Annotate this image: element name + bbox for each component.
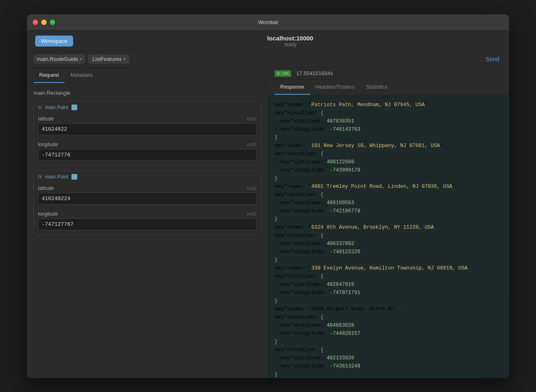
header: Workspace localhost:10000 ready bbox=[27, 31, 509, 51]
response-line: key">name: "330 Evelyn Avenue, Hamilton … bbox=[275, 264, 502, 272]
hi-latitude-row: latitude int32 bbox=[34, 183, 261, 209]
method-label: ListFeatures bbox=[92, 56, 122, 62]
server-info: localhost:10000 ready bbox=[80, 35, 501, 47]
section-label: main.Rectangle bbox=[34, 90, 261, 96]
request-body: main.Rectangle lo main.Point latitude in… bbox=[27, 83, 268, 378]
response-line: key">latitude: 406109563 bbox=[275, 199, 502, 207]
response-line: key">location: { bbox=[275, 313, 502, 321]
workspace-button[interactable]: Workspace bbox=[35, 36, 73, 47]
service-label: main.RouteGuide bbox=[37, 56, 78, 62]
response-line: key">name: "4001 Tremley Point Road, Lin… bbox=[275, 183, 502, 191]
hi-type-label: main.Point bbox=[45, 174, 68, 180]
minimize-button[interactable] bbox=[41, 20, 47, 25]
response-line: key">name: "6324 8th Avenue, Brooklyn, N… bbox=[275, 223, 502, 232]
response-line: key">longitude: -740122226 bbox=[275, 248, 502, 256]
response-line: key">location: { bbox=[275, 109, 502, 117]
response-line: } bbox=[275, 215, 502, 223]
hi-field-group: hi main.Point latitude int32 bbox=[34, 170, 261, 235]
hi-latitude-label: latitude int32 bbox=[38, 183, 257, 193]
response-line: key">name: "Patriots Path, Mendham, NJ 0… bbox=[275, 101, 502, 109]
response-line: key">name: "101 New Jersey 10, Whippany,… bbox=[275, 142, 502, 150]
hi-field-header: hi main.Point bbox=[34, 171, 261, 183]
send-button[interactable]: Send bbox=[482, 54, 502, 64]
method-chevron-icon: ▾ bbox=[123, 57, 125, 61]
app-window: Wombat Workspace localhost:10000 ready m… bbox=[27, 14, 509, 378]
traffic-lights bbox=[33, 20, 55, 25]
lo-color-indicator bbox=[71, 105, 77, 110]
response-line: key">longitude: -742186778 bbox=[275, 207, 502, 215]
lo-longitude-row: longitude int32 bbox=[34, 139, 261, 165]
lo-field-header: lo main.Point bbox=[34, 101, 261, 114]
response-line: key">latitude: 402647019 bbox=[275, 281, 502, 289]
response-line: } bbox=[275, 338, 502, 346]
toolbar: main.RouteGuide ▾ ListFeatures ▾ Send bbox=[27, 51, 509, 68]
tab-request[interactable]: Request bbox=[34, 68, 65, 83]
hi-longitude-row: longitude int32 bbox=[34, 209, 261, 234]
response-line: key">location: { bbox=[275, 150, 502, 158]
lo-type-label: main.Point bbox=[45, 105, 68, 110]
lo-prefix: lo bbox=[38, 105, 42, 110]
response-line: key">longitude: -743613249 bbox=[275, 362, 502, 370]
response-line: key">location: { bbox=[275, 272, 502, 281]
response-line: key">latitude: 407838351 bbox=[275, 117, 502, 125]
response-line: } bbox=[275, 174, 502, 183]
service-chevron-icon: ▾ bbox=[80, 57, 82, 61]
response-line: key">latitude: 402133926 bbox=[275, 354, 502, 362]
timing-label: 17.554151684s bbox=[296, 70, 333, 76]
close-button[interactable] bbox=[33, 20, 38, 25]
response-tab-bar: Response Headers/Trailers Statistics bbox=[268, 80, 509, 95]
response-line: key">longitude: -743999179 bbox=[275, 166, 502, 174]
lo-longitude-input[interactable] bbox=[38, 149, 257, 161]
server-host: localhost:10000 bbox=[80, 35, 501, 42]
tab-statistics[interactable]: Statistics bbox=[360, 80, 393, 95]
response-line: key">name: "1300 Airport Road, North Br.… bbox=[275, 305, 502, 313]
lo-latitude-label: latitude int32 bbox=[38, 114, 257, 123]
lo-latitude-row: latitude int32 bbox=[34, 114, 261, 139]
lo-latitude-input[interactable] bbox=[38, 123, 257, 135]
service-selector[interactable]: main.RouteGuide ▾ bbox=[34, 54, 85, 64]
hi-longitude-input[interactable] bbox=[38, 218, 257, 230]
response-line: key">location: { bbox=[275, 232, 502, 240]
tab-metadata[interactable]: Metadata bbox=[65, 68, 98, 83]
response-line: key">location: { bbox=[275, 191, 502, 199]
app-title: Wombat bbox=[258, 19, 278, 25]
tab-headers-trailers[interactable]: Headers/Trailers bbox=[310, 80, 361, 95]
lo-longitude-label: longitude int32 bbox=[38, 139, 257, 149]
response-body: key">name: "Patriots Path, Mendham, NJ 0… bbox=[268, 95, 509, 378]
maximize-button[interactable] bbox=[50, 20, 55, 25]
response-line: key">longitude: -746143763 bbox=[275, 125, 502, 134]
hi-latitude-input[interactable] bbox=[38, 193, 257, 205]
main-content: Request Metadata main.Rectangle lo main.… bbox=[27, 68, 509, 378]
status-badge: 0: OK bbox=[275, 70, 291, 77]
response-line: } bbox=[275, 297, 502, 305]
hi-longitude-label: longitude int32 bbox=[38, 209, 257, 218]
response-line: } bbox=[275, 256, 502, 264]
response-line: key">longitude: -744820157 bbox=[275, 330, 502, 338]
response-line: key">longitude: -747071791 bbox=[275, 289, 502, 297]
hi-color-indicator bbox=[71, 174, 77, 180]
response-line: key">latitude: 406337092 bbox=[275, 240, 502, 248]
tab-response[interactable]: Response bbox=[275, 80, 310, 95]
response-line: key">location: { bbox=[275, 346, 502, 354]
request-tab-bar: Request Metadata bbox=[27, 68, 268, 83]
response-line: key">latitude: 408122808 bbox=[275, 158, 502, 166]
hi-prefix: hi bbox=[38, 174, 42, 180]
response-line: key">latitude: 404663628 bbox=[275, 321, 502, 330]
response-line: } bbox=[275, 134, 502, 142]
method-selector[interactable]: ListFeatures ▾ bbox=[88, 54, 130, 64]
left-panel: Request Metadata main.Rectangle lo main.… bbox=[27, 68, 268, 378]
response-toolbar: 0: OK 17.554151684s bbox=[268, 68, 509, 80]
lo-field-group: lo main.Point latitude int32 bbox=[34, 101, 261, 165]
response-line: } bbox=[275, 370, 502, 378]
titlebar: Wombat bbox=[27, 14, 509, 31]
right-panel: 0: OK 17.554151684s Response Headers/Tra… bbox=[268, 68, 509, 378]
server-status: ready bbox=[80, 42, 501, 47]
